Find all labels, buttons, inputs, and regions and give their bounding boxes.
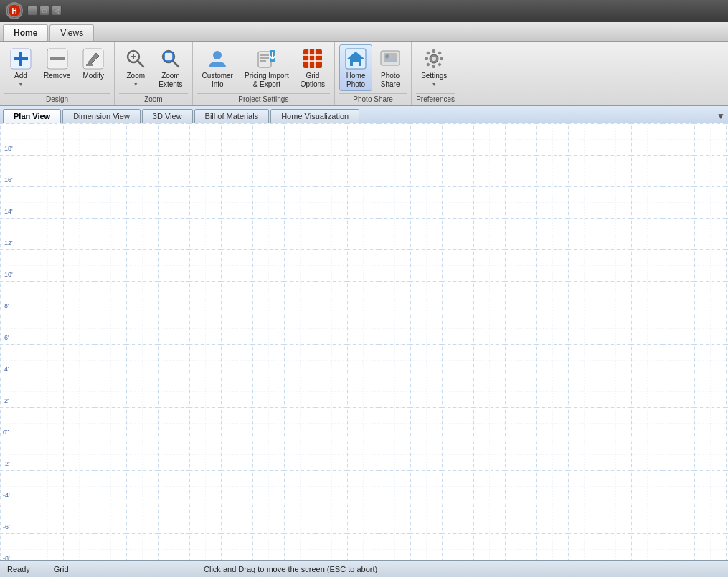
svg-rect-34: [432, 65, 435, 68]
photo-share-group-label: Photo Share: [339, 93, 407, 103]
svg-text:6': 6': [4, 334, 9, 341]
svg-rect-22: [303, 49, 322, 68]
grid-options-icon: [301, 47, 324, 70]
status-bar: Ready Grid Click and Drag to move the sc…: [0, 560, 728, 577]
svg-point-17: [213, 51, 222, 59]
svg-rect-35: [425, 57, 428, 60]
add-button[interactable]: Add ▼: [4, 44, 37, 89]
customer-info-button[interactable]: Customer Info: [197, 44, 238, 91]
svg-rect-40: [438, 62, 442, 67]
customer-info-icon: [206, 47, 229, 70]
zoom-icon: [124, 47, 147, 70]
svg-rect-20: [260, 57, 269, 59]
svg-text:16': 16': [4, 176, 13, 183]
zoom-label: Zoom: [126, 72, 145, 80]
svg-rect-8: [86, 64, 93, 66]
zoom-arrow: ▼: [133, 82, 138, 87]
ribbon-group-preferences: Settings ▼ Preferences: [412, 42, 459, 105]
svg-text:2': 2': [4, 397, 9, 404]
zoom-group-label: Zoom: [119, 93, 187, 103]
status-grid: Grid: [42, 565, 192, 573]
svg-rect-21: [260, 60, 266, 62]
svg-text:-6': -6': [3, 523, 10, 530]
svg-text:0": 0": [3, 429, 9, 436]
zoom-extents-button[interactable]: Zoom Extents: [153, 44, 187, 91]
home-photo-label: Home Photo: [346, 72, 366, 89]
ribbon-group-design: Add ▼ Remove: [0, 42, 115, 105]
modify-button[interactable]: Modify: [77, 44, 110, 82]
remove-icon: [46, 47, 69, 70]
svg-text:12': 12': [4, 239, 13, 247]
customer-info-label: Customer Info: [202, 72, 233, 89]
title-bar: H _ □ ◁: [0, 0, 728, 22]
svg-rect-38: [438, 51, 442, 55]
restore-btn[interactable]: ◁: [52, 6, 62, 16]
grid-svg: 18' 16' 14' 12' 10' 8' 6' 4' 2' 0" -2' -…: [0, 123, 728, 560]
svg-line-11: [138, 61, 143, 67]
photo-share-label: Photo Share: [381, 72, 400, 89]
status-message: Click and Drag to move the screen (ESC t…: [192, 565, 721, 573]
ribbon-group-zoom: Zoom ▼ Zoom Extents Zoom: [115, 42, 192, 105]
ribbon-group-project-settings: Customer Info Pricing Import & Export: [193, 42, 336, 105]
svg-text:-8': -8': [3, 555, 10, 560]
zoom-button[interactable]: Zoom ▼: [119, 44, 152, 89]
zoom-extents-icon: [159, 47, 182, 70]
modify-icon: [82, 47, 105, 70]
pricing-icon: [255, 47, 278, 70]
menu-tab-home[interactable]: Home: [3, 24, 48, 41]
svg-rect-42: [0, 123, 728, 560]
view-tab-dropdown[interactable]: ▼: [717, 111, 725, 121]
svg-rect-4: [14, 57, 28, 60]
svg-text:8': 8': [4, 302, 9, 310]
menu-tab-views[interactable]: Views: [49, 24, 94, 41]
svg-text:-4': -4': [3, 492, 10, 499]
svg-line-15: [173, 61, 179, 67]
settings-icon: [422, 47, 445, 70]
settings-arrow: ▼: [432, 82, 437, 87]
status-ready: Ready: [7, 565, 42, 573]
app-logo: H: [6, 2, 23, 19]
ribbon: Add ▼ Remove: [0, 42, 728, 106]
grid-options-button[interactable]: Grid Options: [296, 44, 330, 91]
home-photo-button[interactable]: Home Photo: [339, 44, 372, 91]
pricing-button[interactable]: Pricing Import & Export: [240, 44, 294, 91]
home-photo-icon: [344, 47, 367, 70]
view-tabs: Plan View Dimension View 3D View Bill of…: [0, 106, 728, 123]
tab-3d-view[interactable]: 3D View: [142, 109, 193, 123]
svg-rect-37: [426, 51, 430, 55]
tab-bill-of-materials[interactable]: Bill of Materials: [194, 109, 270, 123]
modify-label: Modify: [83, 72, 104, 80]
tab-plan-view[interactable]: Plan View: [3, 109, 61, 123]
preferences-group-label: Preferences: [416, 93, 455, 103]
svg-rect-39: [426, 62, 430, 67]
settings-label: Settings: [421, 72, 447, 80]
svg-rect-33: [432, 49, 435, 53]
tab-dimension-view[interactable]: Dimension View: [62, 109, 141, 123]
design-group-label: Design: [4, 93, 110, 103]
svg-point-32: [432, 57, 436, 61]
svg-rect-18: [258, 52, 271, 67]
menu-bar: Home Views: [0, 22, 728, 42]
grid-canvas[interactable]: 18' 16' 14' 12' 10' 8' 6' 4' 2' 0" -2' -…: [0, 123, 728, 560]
zoom-extents-label: Zoom Extents: [159, 72, 182, 89]
tab-home-visualization[interactable]: Home Visualization: [270, 109, 359, 123]
remove-label: Remove: [44, 72, 70, 80]
photo-share-icon: [379, 47, 402, 70]
svg-text:4': 4': [4, 366, 9, 373]
svg-rect-6: [50, 57, 65, 60]
photo-share-button[interactable]: Photo Share: [374, 44, 407, 91]
pricing-label: Pricing Import & Export: [245, 72, 289, 89]
settings-button[interactable]: Settings ▼: [416, 44, 452, 89]
svg-rect-16: [164, 52, 173, 61]
add-arrow: ▼: [19, 82, 24, 87]
svg-text:H: H: [11, 7, 16, 15]
maximize-btn[interactable]: □: [39, 6, 49, 16]
svg-text:-2': -2': [3, 460, 10, 467]
svg-rect-36: [440, 57, 443, 60]
remove-button[interactable]: Remove: [39, 44, 75, 82]
add-icon: [9, 47, 32, 70]
svg-text:18': 18': [4, 145, 13, 152]
minimize-btn[interactable]: _: [27, 6, 37, 16]
svg-text:10': 10': [4, 271, 13, 278]
svg-rect-19: [260, 54, 269, 56]
